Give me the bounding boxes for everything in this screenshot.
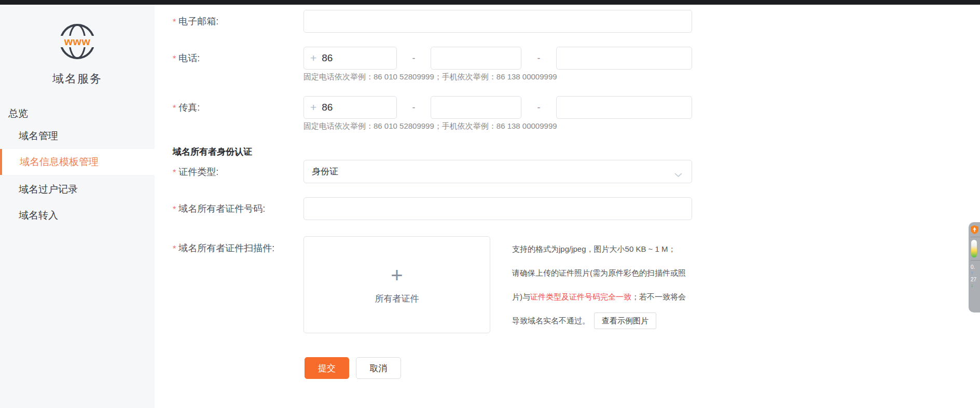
fax-label: * 传真: bbox=[173, 101, 303, 114]
widget-divider bbox=[971, 237, 980, 237]
help-line-3-highlight: 证件类型及证件号码完全一致 bbox=[530, 292, 631, 301]
fax-input-group: + - - bbox=[303, 96, 692, 119]
fax-number-input[interactable] bbox=[556, 96, 692, 119]
phone-label: * 电话: bbox=[173, 52, 303, 64]
required-asterisk: * bbox=[173, 55, 176, 64]
globe-www-icon: www bbox=[58, 22, 96, 61]
cancel-button[interactable]: 取消 bbox=[356, 357, 401, 379]
sidebar: www 域名服务 总览 域名管理 域名信息模板管理 域名过户记录 域名转入 bbox=[0, 5, 155, 408]
cert-number-label-text: 域名所有者证件号码: bbox=[178, 202, 265, 215]
help-line-3-post: ；若不一致将会 bbox=[631, 292, 686, 301]
cert-scan-upload[interactable]: + 所有者证件 bbox=[303, 236, 490, 333]
phone-number-input[interactable] bbox=[556, 47, 692, 70]
top-bar bbox=[0, 0, 980, 5]
phone-country-code-box[interactable]: + bbox=[303, 47, 397, 70]
required-asterisk: * bbox=[173, 205, 176, 214]
upload-speed: 0. ↑ bbox=[971, 264, 975, 276]
plus-prefix-icon: + bbox=[310, 101, 316, 114]
email-label-text: 电子邮箱: bbox=[178, 15, 218, 28]
phone-country-code-input[interactable] bbox=[322, 52, 379, 64]
svg-text:www: www bbox=[64, 35, 91, 47]
fax-area-input[interactable] bbox=[431, 96, 521, 119]
help-line-3-pre: 片)与 bbox=[512, 292, 530, 301]
page: www 域名服务 总览 域名管理 域名信息模板管理 域名过户记录 域名转入 * … bbox=[0, 0, 980, 408]
help-line-2: 请确保上传的证件照片(需为原件彩色的扫描件或照 bbox=[512, 267, 714, 278]
download-speed-value: 27 bbox=[971, 277, 976, 282]
form-actions: 提交 取消 bbox=[305, 357, 401, 379]
cert-type-label-text: 证件类型: bbox=[178, 166, 218, 178]
view-example-button[interactable]: 查看示例图片 bbox=[594, 312, 656, 329]
email-input[interactable] bbox=[303, 10, 692, 33]
cert-scan-row: * 域名所有者证件扫描件: + 所有者证件 bbox=[173, 236, 490, 333]
fax-dash-separator: - bbox=[397, 102, 431, 113]
required-asterisk: * bbox=[173, 168, 176, 178]
sidebar-title: 域名服务 bbox=[0, 71, 155, 87]
upload-speed-value: 0. bbox=[971, 264, 975, 270]
floating-widget[interactable]: 0. ↑ 27 ↓ bbox=[969, 222, 980, 312]
cert-type-label: * 证件类型: bbox=[173, 166, 303, 178]
fax-hint: 固定电话依次举例：86 010 52809999；手机依次举例：86 138 0… bbox=[303, 121, 557, 131]
sidebar-item-domain-info-template[interactable]: 域名信息模板管理 bbox=[0, 149, 155, 175]
plus-icon: + bbox=[391, 265, 403, 285]
down-arrow-icon: ↓ bbox=[971, 282, 976, 288]
help-line-4-text: 导致域名实名不通过。 bbox=[512, 316, 590, 326]
cert-scan-label-text: 域名所有者证件扫描件: bbox=[178, 242, 274, 254]
cert-scan-label: * 域名所有者证件扫描件: bbox=[173, 236, 303, 254]
phone-label-text: 电话: bbox=[178, 52, 200, 64]
fax-label-text: 传真: bbox=[178, 101, 200, 114]
phone-area-input[interactable] bbox=[431, 47, 521, 70]
sidebar-item-transfer-records[interactable]: 域名过户记录 bbox=[0, 183, 155, 196]
fax-country-code-box[interactable]: + bbox=[303, 96, 397, 119]
widget-divider bbox=[971, 260, 980, 261]
cert-type-selected-value: 身份证 bbox=[312, 166, 338, 178]
phone-hint: 固定电话依次举例：86 010 52809999；手机依次举例：86 138 0… bbox=[303, 72, 557, 82]
fax-dash-separator: - bbox=[521, 102, 556, 113]
chevron-down-icon bbox=[674, 170, 682, 180]
email-row: * 电子邮箱: bbox=[173, 10, 692, 33]
submit-button[interactable]: 提交 bbox=[305, 357, 349, 379]
sidebar-item-overview[interactable]: 总览 bbox=[0, 107, 155, 120]
cert-type-row: * 证件类型: 身份证 bbox=[173, 160, 692, 183]
required-asterisk: * bbox=[173, 18, 176, 27]
email-label: * 电子邮箱: bbox=[173, 15, 303, 28]
identity-section-title: 域名所有者身份认证 bbox=[173, 146, 252, 158]
help-line-3: 片)与证件类型及证件号码完全一致；若不一致将会 bbox=[512, 291, 714, 302]
fax-row: * 传真: + - - bbox=[173, 96, 692, 119]
status-capsule bbox=[971, 240, 977, 257]
upload-help-text: 支持的格式为jpg/jpeg，图片大小50 KB ~ 1 M； 请确保上传的证件… bbox=[512, 236, 714, 329]
sidebar-item-domain-management[interactable]: 域名管理 bbox=[0, 129, 155, 143]
fax-country-code-input[interactable] bbox=[322, 102, 379, 113]
up-arrow-icon: ↑ bbox=[971, 270, 975, 276]
phone-input-group: + - - bbox=[303, 47, 692, 70]
download-speed: 27 ↓ bbox=[971, 277, 976, 288]
required-asterisk: * bbox=[173, 104, 176, 113]
cert-number-row: * 域名所有者证件号码: bbox=[173, 197, 692, 220]
upload-box-text: 所有者证件 bbox=[375, 293, 419, 305]
security-shield-icon bbox=[971, 225, 978, 234]
plus-prefix-icon: + bbox=[310, 52, 316, 64]
phone-dash-separator: - bbox=[397, 53, 431, 64]
sidebar-item-transfer-in[interactable]: 域名转入 bbox=[0, 209, 155, 222]
help-line-4: 导致域名实名不通过。 查看示例图片 bbox=[512, 312, 714, 329]
cert-type-select[interactable]: 身份证 bbox=[303, 160, 692, 183]
phone-dash-separator: - bbox=[521, 53, 556, 64]
cert-number-label: * 域名所有者证件号码: bbox=[173, 202, 303, 215]
phone-row: * 电话: + - - bbox=[173, 47, 692, 70]
required-asterisk: * bbox=[173, 244, 176, 254]
help-line-1: 支持的格式为jpg/jpeg，图片大小50 KB ~ 1 M； bbox=[512, 243, 714, 254]
cert-number-input[interactable] bbox=[303, 197, 692, 220]
logo: www bbox=[0, 22, 155, 61]
